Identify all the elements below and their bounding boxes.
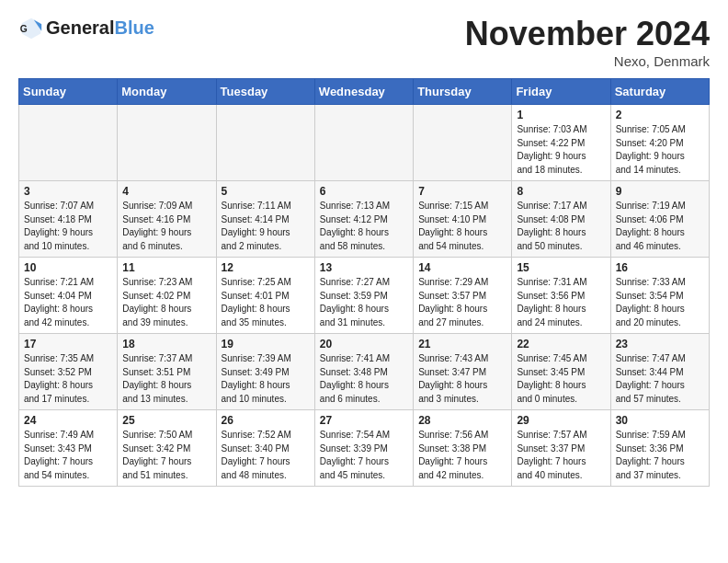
col-header-friday: Friday	[512, 79, 610, 105]
day-number: 28	[418, 414, 506, 427]
day-cell	[314, 105, 413, 181]
week-row-5: 24Sunrise: 7:49 AM Sunset: 3:43 PM Dayli…	[19, 410, 710, 487]
day-cell: 1Sunrise: 7:03 AM Sunset: 4:22 PM Daylig…	[512, 105, 610, 181]
day-cell: 14Sunrise: 7:29 AM Sunset: 3:57 PM Dayli…	[414, 258, 512, 334]
day-cell: 16Sunrise: 7:33 AM Sunset: 3:54 PM Dayli…	[610, 258, 709, 334]
day-info: Sunrise: 7:43 AM Sunset: 3:47 PM Dayligh…	[418, 352, 506, 406]
header-row: SundayMondayTuesdayWednesdayThursdayFrid…	[19, 79, 710, 105]
day-number: 20	[320, 338, 408, 350]
day-cell: 13Sunrise: 7:27 AM Sunset: 3:59 PM Dayli…	[314, 258, 413, 334]
day-info: Sunrise: 7:35 AM Sunset: 3:52 PM Dayligh…	[24, 352, 112, 406]
page: G GeneralBlue November 2024 Nexo, Denmar…	[0, 0, 728, 501]
day-number: 24	[24, 414, 112, 427]
day-info: Sunrise: 7:21 AM Sunset: 4:04 PM Dayligh…	[24, 276, 112, 329]
day-info: Sunrise: 7:23 AM Sunset: 4:02 PM Dayligh…	[122, 276, 210, 329]
day-cell: 27Sunrise: 7:54 AM Sunset: 3:39 PM Dayli…	[314, 410, 413, 487]
day-info: Sunrise: 7:56 AM Sunset: 3:38 PM Dayligh…	[418, 429, 506, 482]
day-cell: 26Sunrise: 7:52 AM Sunset: 3:40 PM Dayli…	[216, 410, 314, 487]
col-header-sunday: Sunday	[19, 79, 118, 105]
day-number: 25	[122, 414, 210, 427]
day-number: 23	[616, 338, 704, 350]
day-cell: 9Sunrise: 7:19 AM Sunset: 4:06 PM Daylig…	[610, 181, 709, 258]
day-number: 21	[418, 338, 506, 350]
day-number: 27	[320, 414, 408, 427]
day-cell: 21Sunrise: 7:43 AM Sunset: 3:47 PM Dayli…	[414, 334, 512, 410]
day-number: 9	[616, 185, 704, 198]
day-info: Sunrise: 7:33 AM Sunset: 3:54 PM Dayligh…	[616, 276, 704, 329]
day-cell	[19, 105, 118, 181]
day-number: 6	[320, 185, 408, 198]
day-info: Sunrise: 7:09 AM Sunset: 4:16 PM Dayligh…	[122, 200, 210, 253]
week-row-1: 1Sunrise: 7:03 AM Sunset: 4:22 PM Daylig…	[19, 105, 710, 181]
day-cell	[414, 105, 512, 181]
calendar-table: SundayMondayTuesdayWednesdayThursdayFrid…	[18, 78, 710, 487]
day-number: 14	[418, 261, 506, 274]
day-cell: 7Sunrise: 7:15 AM Sunset: 4:10 PM Daylig…	[414, 181, 512, 258]
day-number: 26	[222, 414, 310, 427]
day-cell: 22Sunrise: 7:45 AM Sunset: 3:45 PM Dayli…	[512, 334, 610, 410]
title-block: November 2024 Nexo, Denmark	[465, 15, 710, 69]
col-header-thursday: Thursday	[414, 79, 512, 105]
day-number: 30	[616, 414, 704, 427]
day-info: Sunrise: 7:57 AM Sunset: 3:37 PM Dayligh…	[517, 429, 605, 482]
day-cell	[118, 105, 216, 181]
col-header-monday: Monday	[118, 79, 216, 105]
day-cell: 6Sunrise: 7:13 AM Sunset: 4:12 PM Daylig…	[314, 181, 413, 258]
logo-blue: Blue	[114, 17, 154, 38]
location: Nexo, Denmark	[465, 53, 710, 69]
day-info: Sunrise: 7:39 AM Sunset: 3:49 PM Dayligh…	[222, 352, 310, 406]
day-cell: 25Sunrise: 7:50 AM Sunset: 3:42 PM Dayli…	[118, 410, 216, 487]
logo-icon: G	[18, 15, 44, 40]
day-number: 7	[418, 185, 506, 198]
header: G GeneralBlue November 2024 Nexo, Denmar…	[18, 15, 710, 69]
day-info: Sunrise: 7:11 AM Sunset: 4:14 PM Dayligh…	[222, 200, 310, 253]
day-cell: 4Sunrise: 7:09 AM Sunset: 4:16 PM Daylig…	[118, 181, 216, 258]
day-number: 16	[616, 261, 704, 274]
week-row-4: 17Sunrise: 7:35 AM Sunset: 3:52 PM Dayli…	[19, 334, 710, 410]
day-cell: 28Sunrise: 7:56 AM Sunset: 3:38 PM Dayli…	[414, 410, 512, 487]
day-info: Sunrise: 7:05 AM Sunset: 4:20 PM Dayligh…	[616, 123, 704, 177]
day-number: 18	[122, 338, 210, 350]
day-number: 19	[222, 338, 310, 350]
day-cell	[216, 105, 314, 181]
day-number: 3	[24, 185, 112, 198]
day-info: Sunrise: 7:54 AM Sunset: 3:39 PM Dayligh…	[320, 429, 408, 482]
day-number: 12	[222, 261, 310, 274]
col-header-tuesday: Tuesday	[216, 79, 314, 105]
day-cell: 2Sunrise: 7:05 AM Sunset: 4:20 PM Daylig…	[610, 105, 709, 181]
day-info: Sunrise: 7:50 AM Sunset: 3:42 PM Dayligh…	[122, 429, 210, 482]
day-number: 17	[24, 338, 112, 350]
col-header-saturday: Saturday	[610, 79, 709, 105]
day-info: Sunrise: 7:17 AM Sunset: 4:08 PM Dayligh…	[517, 200, 605, 253]
day-info: Sunrise: 7:45 AM Sunset: 3:45 PM Dayligh…	[517, 352, 605, 406]
day-info: Sunrise: 7:59 AM Sunset: 3:36 PM Dayligh…	[616, 429, 704, 482]
logo-general: General	[46, 17, 114, 38]
day-number: 8	[517, 185, 605, 198]
day-info: Sunrise: 7:31 AM Sunset: 3:56 PM Dayligh…	[517, 276, 605, 329]
day-info: Sunrise: 7:49 AM Sunset: 3:43 PM Dayligh…	[24, 429, 112, 482]
day-cell: 30Sunrise: 7:59 AM Sunset: 3:36 PM Dayli…	[610, 410, 709, 487]
day-info: Sunrise: 7:29 AM Sunset: 3:57 PM Dayligh…	[418, 276, 506, 329]
day-info: Sunrise: 7:25 AM Sunset: 4:01 PM Dayligh…	[222, 276, 310, 329]
day-number: 22	[517, 338, 605, 350]
svg-text:G: G	[20, 24, 28, 34]
day-info: Sunrise: 7:41 AM Sunset: 3:48 PM Dayligh…	[320, 352, 408, 406]
day-number: 2	[616, 109, 704, 121]
day-number: 15	[517, 261, 605, 274]
day-cell: 17Sunrise: 7:35 AM Sunset: 3:52 PM Dayli…	[19, 334, 118, 410]
day-number: 5	[222, 185, 310, 198]
day-info: Sunrise: 7:27 AM Sunset: 3:59 PM Dayligh…	[320, 276, 408, 329]
day-info: Sunrise: 7:47 AM Sunset: 3:44 PM Dayligh…	[616, 352, 704, 406]
day-number: 4	[122, 185, 210, 198]
day-cell: 18Sunrise: 7:37 AM Sunset: 3:51 PM Dayli…	[118, 334, 216, 410]
day-cell: 12Sunrise: 7:25 AM Sunset: 4:01 PM Dayli…	[216, 258, 314, 334]
day-cell: 3Sunrise: 7:07 AM Sunset: 4:18 PM Daylig…	[19, 181, 118, 258]
day-cell: 10Sunrise: 7:21 AM Sunset: 4:04 PM Dayli…	[19, 258, 118, 334]
day-number: 1	[517, 109, 605, 121]
day-cell: 23Sunrise: 7:47 AM Sunset: 3:44 PM Dayli…	[610, 334, 709, 410]
day-cell: 24Sunrise: 7:49 AM Sunset: 3:43 PM Dayli…	[19, 410, 118, 487]
day-number: 29	[517, 414, 605, 427]
day-cell: 11Sunrise: 7:23 AM Sunset: 4:02 PM Dayli…	[118, 258, 216, 334]
day-info: Sunrise: 7:13 AM Sunset: 4:12 PM Dayligh…	[320, 200, 408, 253]
day-info: Sunrise: 7:52 AM Sunset: 3:40 PM Dayligh…	[222, 429, 310, 482]
